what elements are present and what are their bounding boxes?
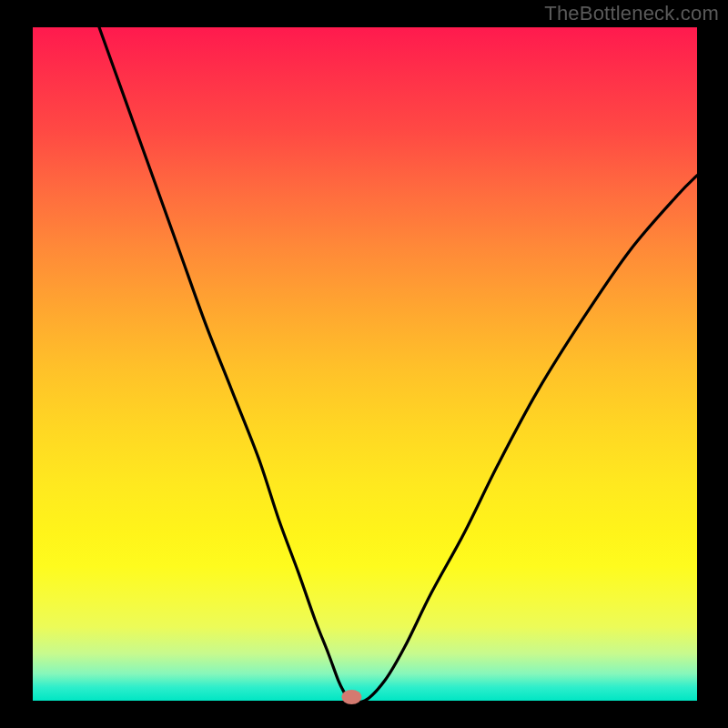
curve-svg xyxy=(33,27,697,701)
bottleneck-curve-path xyxy=(99,27,697,703)
watermark-text: TheBottleneck.com xyxy=(544,2,719,25)
plot-area xyxy=(33,27,697,701)
chart-frame: TheBottleneck.com xyxy=(0,0,728,728)
curve-marker xyxy=(341,690,361,704)
